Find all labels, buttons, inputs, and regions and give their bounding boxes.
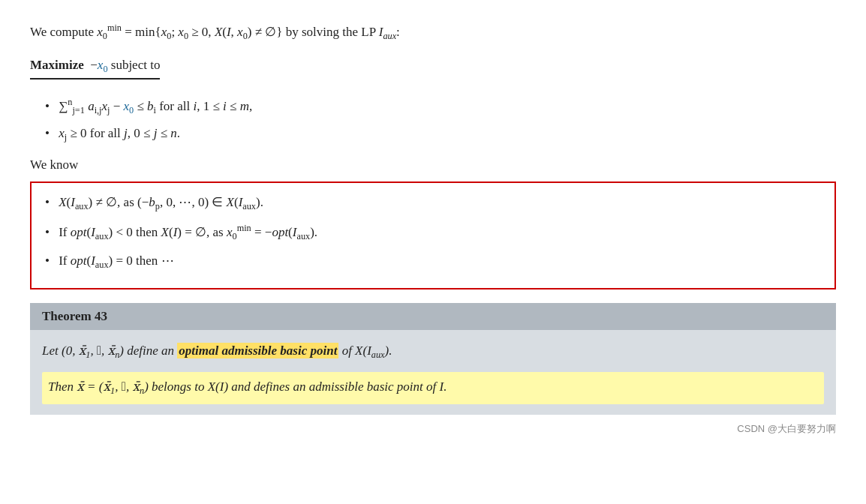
- subject-to: subject to: [111, 58, 161, 72]
- watermark-text: CSDN @大白要努力啊: [737, 423, 836, 434]
- x0min-expression: x0min = min{x0; x0 ≥ 0, X(I, x0) ≠ ∅}: [97, 25, 285, 39]
- red-box-item-1: X(Iaux) ≠ ∅, as (−bp, 0, ⋯, 0) ∈ X(Iaux)…: [45, 192, 821, 214]
- constraint-2-text: xj ≥ 0 for all j, 0 ≤ j ≤ n.: [59, 126, 180, 140]
- constraint-1-text: ∑nj=1 ai,jxj − x0 ≤ bi for all i, 1 ≤ i …: [59, 99, 252, 113]
- red-box: X(Iaux) ≠ ∅, as (−bp, 0, ⋯, 0) ∈ X(Iaux)…: [30, 182, 836, 290]
- constraint-list: ∑nj=1 ai,jxj − x0 ≤ bi for all i, 1 ≤ i …: [30, 94, 836, 146]
- we-know-label: We know: [30, 158, 836, 172]
- lp-name: Iaux: [379, 25, 396, 39]
- maximize-line: Maximize −x0 subject to: [30, 58, 160, 80]
- maximize-section: Maximize −x0 subject to: [30, 58, 836, 84]
- maximize-label: Maximize: [30, 58, 84, 72]
- theorem-title: Theorem 43: [42, 309, 107, 323]
- watermark: CSDN @大白要努力啊: [30, 422, 836, 436]
- red-box-item-3: If opt(Iaux) = 0 then ⋯: [45, 250, 821, 273]
- highlight-optimal: optimal admissible basic point: [177, 343, 338, 358]
- red-box-item-2: If opt(Iaux) < 0 then X(I) = ∅, as x0min…: [45, 220, 821, 244]
- theorem-body: Let (0, x̄1, ⋯, x̄n) define an optimal a…: [30, 330, 836, 414]
- constraint-1: ∑nj=1 ai,jxj − x0 ≤ bi for all i, 1 ≤ i …: [45, 94, 836, 118]
- theorem-header: Theorem 43: [30, 303, 836, 330]
- theorem-line1: Let (0, x̄1, ⋯, x̄n) define an optimal a…: [42, 340, 824, 363]
- maximize-expression: −x0: [87, 58, 111, 72]
- theorem-line2: Then x̄ = (x̄1, ⋯, x̄n) belongs to X(I) …: [42, 372, 824, 404]
- intro-paragraph: We compute x0min = min{x0; x0 ≥ 0, X(I, …: [30, 21, 836, 44]
- red-box-list: X(Iaux) ≠ ∅, as (−bp, 0, ⋯, 0) ∈ X(Iaux)…: [45, 192, 821, 273]
- theorem-block: Theorem 43 Let (0, x̄1, ⋯, x̄n) define a…: [30, 303, 836, 414]
- constraint-2: xj ≥ 0 for all j, 0 ≤ j ≤ n.: [45, 123, 836, 146]
